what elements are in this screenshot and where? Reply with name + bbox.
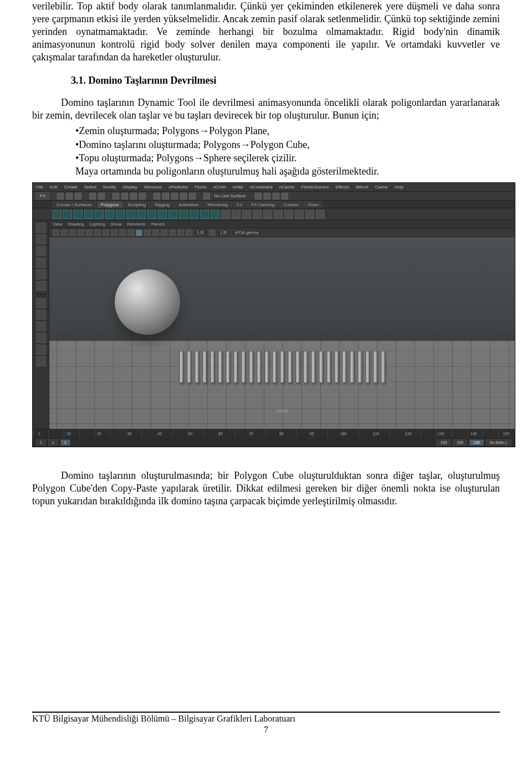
render-settings-icon[interactable] <box>282 193 288 200</box>
poly-super-icon[interactable] <box>200 210 209 219</box>
vp-2d-pan-icon[interactable] <box>86 229 93 236</box>
poly-target-weld-icon[interactable] <box>316 210 325 219</box>
poly-combine-icon[interactable] <box>221 210 230 219</box>
paint-select-icon[interactable] <box>36 246 46 256</box>
playback-start-field[interactable]: 1 <box>48 439 58 446</box>
poly-reduce-icon[interactable] <box>263 210 272 219</box>
lasso-tool-icon[interactable] <box>36 234 46 244</box>
menu-item[interactable]: File <box>36 185 43 190</box>
menu-item[interactable]: Display <box>123 185 137 190</box>
vp-xray-icon[interactable] <box>177 229 184 236</box>
vp-grid-icon[interactable] <box>94 229 101 236</box>
save-scene-icon[interactable] <box>75 193 81 200</box>
menu-item[interactable]: nCache <box>279 185 295 190</box>
move-tool-icon[interactable] <box>36 258 46 268</box>
poly-cone-icon[interactable] <box>84 210 93 219</box>
redo-icon[interactable] <box>98 193 105 200</box>
snap-curve-icon[interactable] <box>162 193 169 200</box>
layout-four-icon[interactable] <box>36 310 46 320</box>
shelf-tab[interactable]: XGen <box>304 201 323 208</box>
vp-wireframe-icon[interactable] <box>127 229 134 236</box>
poly-disc-icon[interactable] <box>116 210 125 219</box>
snap-point-icon[interactable] <box>171 193 178 200</box>
poly-helix-icon[interactable] <box>168 210 177 219</box>
range-end-field[interactable]: 150 <box>469 439 484 446</box>
rotate-tool-icon[interactable] <box>36 269 46 279</box>
render-icon[interactable] <box>264 193 270 200</box>
vp-menu-item[interactable]: Renderer <box>127 222 146 227</box>
vp-lights-icon[interactable] <box>152 229 159 236</box>
menu-item[interactable]: Fields/Solvers <box>301 185 329 190</box>
viewport-3d[interactable]: persp <box>49 237 515 429</box>
scale-tool-icon[interactable] <box>36 281 46 291</box>
select-face-icon[interactable] <box>130 193 137 200</box>
vp-gamma-field[interactable]: 1.00 <box>217 230 231 235</box>
poly-type-icon[interactable] <box>211 210 219 219</box>
vp-isolate-icon[interactable] <box>169 229 176 236</box>
poly-gear-icon[interactable] <box>179 210 188 219</box>
layout-graph-icon[interactable] <box>36 345 46 355</box>
poly-platonic-icon[interactable] <box>126 210 135 219</box>
menu-item[interactable]: nConstraint <box>250 185 273 190</box>
shelf-tab[interactable]: Sculpting <box>124 201 150 208</box>
menu-item[interactable]: Windows <box>144 185 162 190</box>
snap-live-icon[interactable] <box>189 193 196 200</box>
poly-cube-icon[interactable] <box>63 210 72 219</box>
vp-exposure-field[interactable]: 0.00 <box>194 230 207 235</box>
vp-select-camera-icon[interactable] <box>53 229 59 236</box>
menu-item[interactable]: Edit <box>50 185 58 190</box>
vp-menu-item[interactable]: Lighting <box>90 222 105 227</box>
poly-bevel-icon[interactable] <box>295 210 304 219</box>
open-scene-icon[interactable] <box>66 193 73 200</box>
poly-sphere-icon[interactable] <box>53 210 62 219</box>
vp-lock-camera-icon[interactable] <box>61 229 68 236</box>
poly-pipe-icon[interactable] <box>158 210 167 219</box>
magnet-icon[interactable] <box>203 193 210 200</box>
vp-shaded-icon[interactable] <box>136 229 142 236</box>
menu-item[interactable]: nParticles <box>168 185 188 190</box>
menu-item[interactable]: Bifrost <box>356 185 369 190</box>
shelf-tab[interactable]: Rendering <box>203 201 232 208</box>
snap-grid-icon[interactable] <box>154 193 160 200</box>
current-frame-field[interactable]: 1 <box>60 439 70 446</box>
poly-boolean-icon[interactable] <box>253 210 262 219</box>
vp-textured-icon[interactable] <box>144 229 151 236</box>
layout-outliner-icon[interactable] <box>36 321 46 331</box>
vp-bookmark-icon[interactable] <box>69 229 76 236</box>
menu-item[interactable]: Effects <box>336 185 349 190</box>
poly-plane-icon[interactable] <box>105 210 114 219</box>
menu-item[interactable]: Select <box>84 185 96 190</box>
poly-prism-icon[interactable] <box>147 210 156 219</box>
vp-menu-item[interactable]: View <box>53 222 62 227</box>
snap-plane-icon[interactable] <box>180 193 187 200</box>
shelf-tab[interactable]: Rigging <box>151 201 173 208</box>
vp-menu-item[interactable]: Shading <box>68 222 84 227</box>
anim-layer-dropdown[interactable]: No Anim L <box>486 439 511 446</box>
poly-smooth-icon[interactable] <box>242 210 251 219</box>
poly-pyramid-icon[interactable] <box>137 210 146 219</box>
layout-hyper-icon[interactable] <box>36 356 46 366</box>
new-scene-icon[interactable] <box>57 193 64 200</box>
shelf-tab[interactable]: Curves / Surfaces <box>53 201 96 208</box>
vp-resolution-gate-icon[interactable] <box>111 229 117 236</box>
poly-extrude-icon[interactable] <box>274 210 283 219</box>
menu-item[interactable]: Create <box>64 185 78 190</box>
shelf-tab[interactable]: FX Caching <box>247 201 278 208</box>
menu-item[interactable]: nHair <box>233 185 243 190</box>
poly-multicut-icon[interactable] <box>305 210 314 219</box>
vp-film-gate-icon[interactable] <box>103 229 109 236</box>
anim-end-field[interactable]: 150 <box>453 439 467 446</box>
vp-shadows-icon[interactable] <box>161 229 167 236</box>
history-toggle-icon[interactable] <box>255 193 262 200</box>
menu-item[interactable]: nCloth <box>213 185 226 190</box>
layout-persp-icon[interactable] <box>36 333 46 343</box>
poly-bridge-icon[interactable] <box>284 210 293 219</box>
layout-single-icon[interactable] <box>36 298 46 308</box>
vp-viewtransform-dropdown[interactable]: sRGB gamma <box>232 230 262 235</box>
vp-gamma-icon[interactable] <box>209 229 216 236</box>
ipr-render-icon[interactable] <box>273 193 279 200</box>
vp-menu-item[interactable]: Show <box>111 222 122 227</box>
poly-separate-icon[interactable] <box>232 210 241 219</box>
menu-item[interactable]: Modify <box>103 185 116 190</box>
poly-soccer-icon[interactable] <box>190 210 198 219</box>
